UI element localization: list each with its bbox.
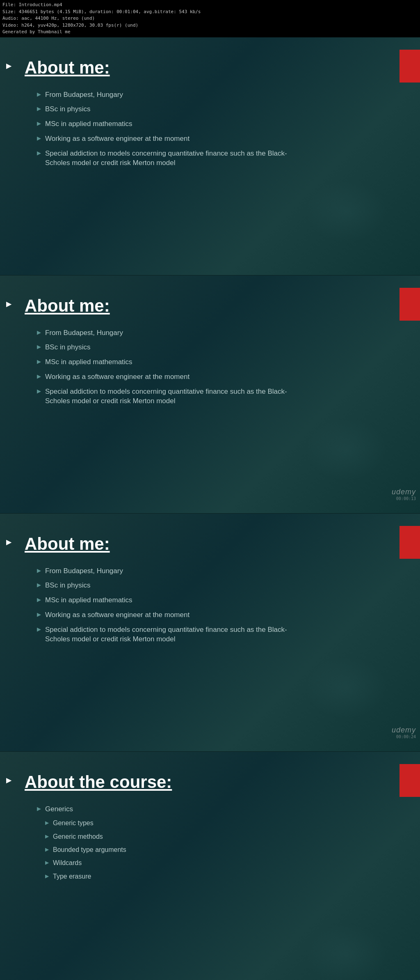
list-item: ▶ From Budapest, Hungary xyxy=(37,566,291,576)
arrow-icon: ▶ xyxy=(45,833,49,840)
list-item: ▶ MSc in applied mathematics xyxy=(37,357,291,367)
red-bar-4 xyxy=(399,764,420,797)
bg-decor-1 xyxy=(305,181,387,242)
arrow-icon: ▶ xyxy=(45,846,49,853)
list-item: ▶ BSc in physics xyxy=(37,342,291,352)
file-info-line3: Audio: aac, 44100 Hz, stereo (und) xyxy=(2,15,418,22)
arrow-icon: ▶ xyxy=(37,135,41,142)
udemy-time-3: 00:00:24 xyxy=(392,734,416,739)
red-bar-1 xyxy=(399,50,420,83)
file-info-line5: Generated by Thumbnail me xyxy=(2,29,418,36)
slide-4: udemy 00:00:36 ▶ About the course: ▶ Gen… xyxy=(0,752,420,980)
list-item: ▶ Working as a software engineer at the … xyxy=(37,372,291,382)
cursor-3: ▶ xyxy=(6,538,11,546)
slide-1: ▶ About me: ▶ From Budapest, Hungary ▶ B… xyxy=(0,37,420,275)
slide-2-title: About me: xyxy=(25,296,291,316)
udemy-time-2: 00:00:13 xyxy=(392,496,416,501)
arrow-icon: ▶ xyxy=(37,91,41,98)
udemy-watermark-3: udemy 00:00:24 xyxy=(392,726,416,739)
list-item: ▶ From Budapest, Hungary xyxy=(37,90,291,100)
arrow-icon: ▶ xyxy=(37,626,41,633)
bg-decor-2 xyxy=(305,419,387,480)
list-item: ▶ Generic types xyxy=(45,819,291,828)
udemy-label-2: udemy xyxy=(392,488,416,496)
bg-decor-4 xyxy=(305,924,387,980)
list-item: ▶ Bounded type arguments xyxy=(45,845,291,854)
list-item: ▶ BSc in physics xyxy=(37,104,291,114)
slide-1-title: About me: xyxy=(25,58,291,78)
arrow-icon: ▶ xyxy=(37,358,41,365)
arrow-icon: ▶ xyxy=(37,567,41,574)
arrow-icon: ▶ xyxy=(37,105,41,112)
cursor-2: ▶ xyxy=(6,300,11,308)
file-info-line4: Video: h264, yuv420p, 1280x720, 30.03 fp… xyxy=(2,22,418,29)
slide-4-bullet-list: ▶ Generics xyxy=(37,804,291,814)
slide-3-title: About me: xyxy=(25,534,291,554)
list-item: ▶ From Budapest, Hungary xyxy=(37,328,291,338)
arrow-icon: ▶ xyxy=(37,329,41,336)
list-item: ▶ MSc in applied mathematics xyxy=(37,595,291,605)
arrow-icon: ▶ xyxy=(37,388,41,395)
list-item: ▶ Special addiction to models concerning… xyxy=(37,387,291,406)
arrow-icon: ▶ xyxy=(37,343,41,351)
slide-4-sub-bullet-list: ▶ Generic types ▶ Generic methods ▶ Boun… xyxy=(45,819,291,881)
slide-2: udemy 00:00:13 ▶ About me: ▶ From Budape… xyxy=(0,275,420,514)
list-item: ▶ BSc in physics xyxy=(37,581,291,590)
arrow-icon: ▶ xyxy=(37,373,41,380)
red-bar-2 xyxy=(399,288,420,321)
arrow-icon: ▶ xyxy=(45,859,49,866)
arrow-icon: ▶ xyxy=(37,149,41,157)
file-info-line2: Size: 4346651 bytes (4.15 MiB), duration… xyxy=(2,9,418,16)
list-item: ▶ Wildcards xyxy=(45,858,291,868)
list-item: ▶ Type erasure xyxy=(45,872,291,881)
arrow-icon: ▶ xyxy=(37,805,41,812)
arrow-icon: ▶ xyxy=(37,611,41,618)
arrow-icon: ▶ xyxy=(37,596,41,604)
slide-4-title: About the course: xyxy=(25,772,291,792)
red-bar-3 xyxy=(399,526,420,559)
list-item: ▶ Generics xyxy=(37,804,291,814)
cursor-4: ▶ xyxy=(6,776,11,784)
file-info-bar: File: Introduction.mp4 Size: 4346651 byt… xyxy=(0,0,420,37)
slide-3: udemy 00:00:24 ▶ About me: ▶ From Budape… xyxy=(0,514,420,752)
list-item: ▶ Generic methods xyxy=(45,832,291,841)
slide-2-bullet-list: ▶ From Budapest, Hungary ▶ BSc in physic… xyxy=(37,328,291,406)
arrow-icon: ▶ xyxy=(37,120,41,127)
cursor-1: ▶ xyxy=(6,62,11,70)
udemy-watermark-2: udemy 00:00:13 xyxy=(392,488,416,501)
arrow-icon: ▶ xyxy=(45,819,49,826)
arrow-icon: ▶ xyxy=(37,581,41,589)
file-info-line1: File: Introduction.mp4 xyxy=(2,2,418,9)
list-item: ▶ Special addiction to models concerning… xyxy=(37,625,291,645)
list-item: ▶ Working as a software engineer at the … xyxy=(37,134,291,144)
slide-1-bullet-list: ▶ From Budapest, Hungary ▶ BSc in physic… xyxy=(37,90,291,168)
bg-decor-3 xyxy=(305,657,387,718)
list-item: ▶ Special addiction to models concerning… xyxy=(37,149,291,168)
list-item: ▶ Working as a software engineer at the … xyxy=(37,610,291,620)
list-item: ▶ MSc in applied mathematics xyxy=(37,119,291,129)
arrow-icon: ▶ xyxy=(45,873,49,880)
udemy-label-3: udemy xyxy=(392,726,416,734)
slide-3-bullet-list: ▶ From Budapest, Hungary ▶ BSc in physic… xyxy=(37,566,291,645)
